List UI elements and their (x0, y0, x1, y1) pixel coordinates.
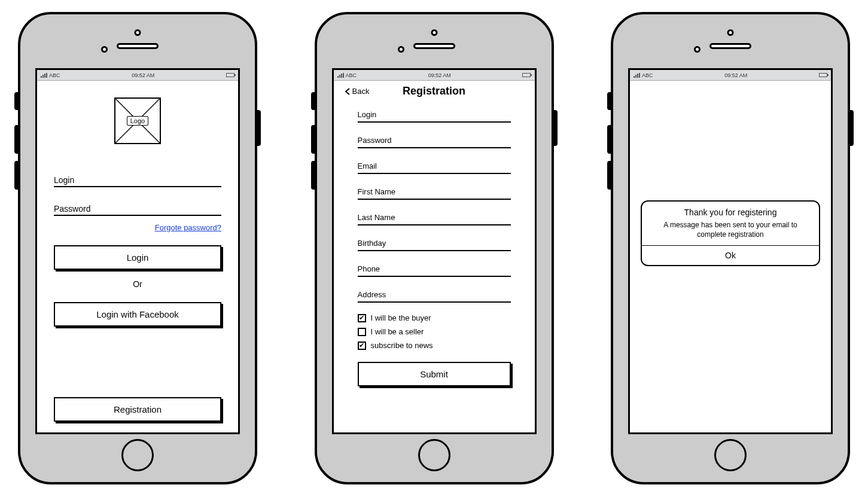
screen-confirmation: ABC 09:52 AM Thank you for registering A… (628, 68, 833, 434)
reg-phone-input[interactable] (358, 261, 511, 277)
checkbox-seller[interactable]: I will be a seller (358, 327, 511, 336)
phone-side-button (311, 161, 315, 190)
login-content: Logo Login Password Forgote password? Lo… (37, 81, 238, 432)
reg-login-input[interactable] (358, 107, 511, 123)
home-button[interactable] (121, 439, 154, 471)
checkbox-label: I will be a seller (371, 327, 424, 336)
checkbox-news[interactable]: ✔ subscribe to news (358, 341, 511, 350)
clock-label: 09:52 AM (724, 72, 747, 78)
clock-label: 09:52 AM (132, 72, 154, 78)
reg-firstname-input[interactable] (358, 184, 511, 200)
dialog-message: A message has been sent to your email to… (649, 221, 812, 245)
login-button[interactable]: Login (54, 245, 221, 270)
status-bar: ABC 09:52 AM (37, 70, 238, 81)
phone-speaker-icon (413, 43, 455, 49)
phone-side-button (607, 92, 611, 110)
phone-camera-icon (727, 29, 734, 36)
phone-side-button (849, 110, 854, 146)
signal-icon (41, 73, 47, 78)
login-input[interactable] (54, 172, 221, 187)
status-bar: ABC 09:52 AM (334, 70, 535, 81)
checkbox-buyer[interactable]: ✔ I will be the buyer (358, 313, 511, 322)
phone-camera-icon (431, 29, 437, 36)
phone-camera-icon (135, 29, 141, 36)
phone-speaker-icon (709, 43, 751, 49)
checkbox-icon (358, 328, 366, 336)
phone-frame-registration: ABC 09:52 AM Back Registration Login Pas… (315, 12, 554, 484)
signal-icon (634, 73, 640, 78)
wireframe-board: ABC 09:52 AM Logo Login Password (18, 12, 850, 484)
checkbox-icon: ✔ (358, 342, 366, 350)
submit-button[interactable]: Submit (358, 362, 511, 386)
or-divider: Or (54, 279, 221, 289)
battery-icon (226, 73, 234, 77)
confirmation-content: Thank you for registering A message has … (630, 81, 831, 432)
reg-address-input[interactable] (358, 287, 511, 303)
phone-speaker-icon (117, 43, 159, 49)
phone-side-button (607, 161, 611, 190)
checkbox-label: subscribe to news (371, 341, 433, 350)
dialog-title: Thank you for registering (649, 208, 812, 217)
battery-icon (819, 73, 827, 77)
battery-icon (522, 73, 531, 77)
phone-side-button (14, 161, 19, 190)
signal-icon (337, 73, 344, 78)
home-button[interactable] (714, 439, 747, 471)
login-facebook-button[interactable]: Login with Facebook (54, 302, 221, 327)
phone-sensor-icon (398, 46, 404, 53)
phone-frame-confirmation: ABC 09:52 AM Thank you for registering A… (611, 12, 850, 484)
phone-sensor-icon (101, 46, 108, 53)
carrier-label: ABC (346, 72, 357, 78)
carrier-label: ABC (642, 72, 653, 78)
confirmation-dialog: Thank you for registering A message has … (641, 200, 820, 266)
phone-side-button (257, 110, 261, 146)
page-title: Registration (345, 85, 524, 97)
carrier-label: ABC (49, 72, 60, 78)
reg-email-input[interactable] (358, 158, 511, 174)
screen-registration: ABC 09:52 AM Back Registration Login Pas… (332, 68, 537, 434)
logo-placeholder: Logo (114, 97, 161, 144)
phone-sensor-icon (694, 46, 701, 53)
registration-header: Back Registration (345, 87, 524, 96)
dialog-ok-button[interactable]: Ok (642, 245, 819, 265)
logo-label: Logo (127, 116, 148, 126)
phone-side-button (607, 125, 611, 154)
clock-label: 09:52 AM (428, 72, 451, 78)
reg-lastname-input[interactable] (358, 210, 511, 225)
phone-side-button (14, 92, 19, 110)
phone-side-button (553, 110, 558, 146)
phone-side-button (311, 125, 315, 154)
phone-side-button (14, 125, 19, 154)
phone-frame-login: ABC 09:52 AM Logo Login Password (18, 12, 257, 484)
reg-birthday-input[interactable] (358, 236, 511, 251)
reg-password-input[interactable] (358, 133, 511, 148)
password-input[interactable] (54, 200, 221, 216)
screen-login: ABC 09:52 AM Logo Login Password (35, 68, 240, 434)
registration-content: Back Registration Login Password Email F… (334, 81, 535, 432)
checkbox-label: I will be the buyer (371, 313, 431, 322)
home-button[interactable] (418, 439, 450, 471)
forgot-password-link[interactable]: Forgote password? (155, 223, 221, 232)
checkbox-icon: ✔ (358, 314, 366, 322)
registration-button[interactable]: Registration (54, 397, 221, 422)
phone-side-button (311, 92, 315, 110)
status-bar: ABC 09:52 AM (630, 70, 831, 81)
